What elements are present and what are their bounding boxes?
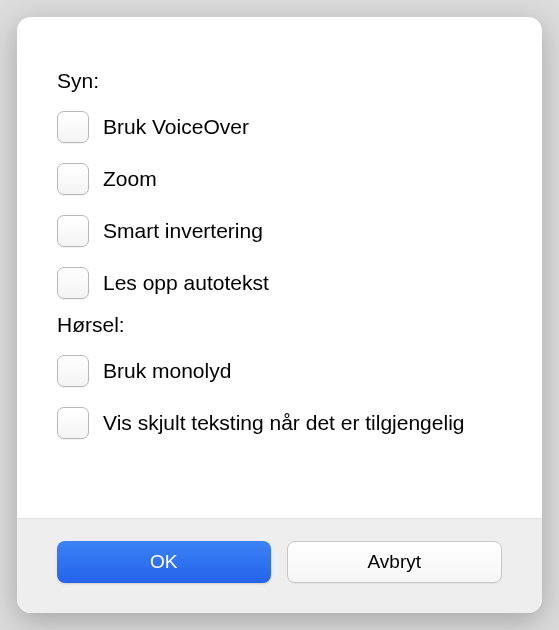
checkbox-speak-autotext[interactable] [57, 267, 89, 299]
checkbox-closed-captions[interactable] [57, 407, 89, 439]
label-smart-invert: Smart invertering [103, 219, 263, 243]
vision-heading: Syn: [57, 69, 502, 93]
checkbox-voiceover[interactable] [57, 111, 89, 143]
hearing-heading: Hørsel: [57, 313, 502, 337]
accessibility-dialog: Syn: Bruk VoiceOver Zoom Smart inverteri… [17, 17, 542, 613]
label-voiceover: Bruk VoiceOver [103, 115, 249, 139]
dialog-content: Syn: Bruk VoiceOver Zoom Smart inverteri… [17, 17, 542, 518]
row-closed-captions: Vis skjult teksting når det er tilgjenge… [57, 397, 502, 449]
label-speak-autotext: Les opp autotekst [103, 271, 269, 295]
ok-button[interactable]: OK [57, 541, 271, 583]
label-zoom: Zoom [103, 167, 157, 191]
row-smart-invert: Smart invertering [57, 205, 502, 257]
row-zoom: Zoom [57, 153, 502, 205]
row-voiceover: Bruk VoiceOver [57, 101, 502, 153]
checkbox-zoom[interactable] [57, 163, 89, 195]
checkbox-mono-audio[interactable] [57, 355, 89, 387]
cancel-button[interactable]: Avbryt [287, 541, 503, 583]
checkbox-smart-invert[interactable] [57, 215, 89, 247]
row-speak-autotext: Les opp autotekst [57, 257, 502, 309]
dialog-footer: OK Avbryt [17, 518, 542, 613]
label-closed-captions: Vis skjult teksting når det er tilgjenge… [103, 411, 464, 435]
label-mono-audio: Bruk monolyd [103, 359, 231, 383]
row-mono-audio: Bruk monolyd [57, 345, 502, 397]
